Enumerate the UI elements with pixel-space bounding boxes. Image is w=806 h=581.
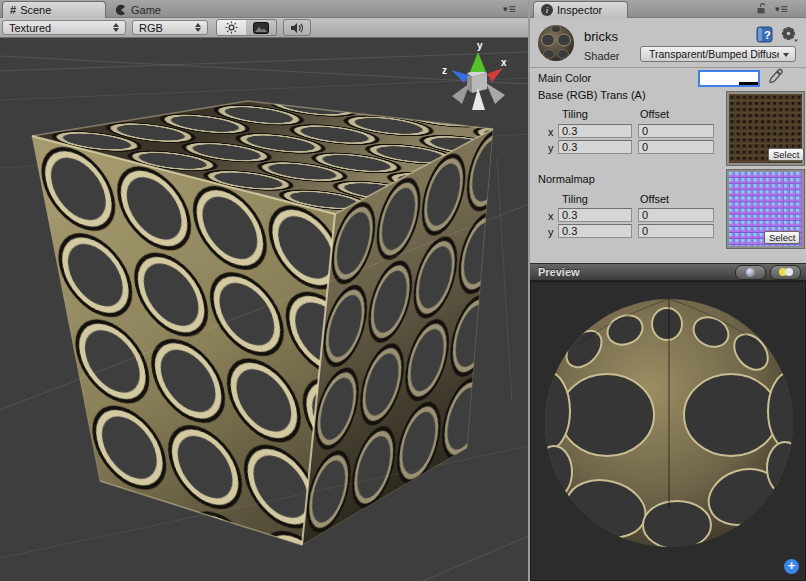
scene-3d-render: y x z xyxy=(0,38,529,581)
normalmap-y-label: y xyxy=(548,226,554,238)
inspector-tabbar: i Inspector ▾≡ xyxy=(530,0,806,18)
speaker-icon xyxy=(290,22,304,34)
updown-arrows-icon xyxy=(195,23,201,32)
main-color-label: Main Color xyxy=(538,72,591,84)
gizmo-x-label: x xyxy=(501,57,507,68)
gizmo-axis-neg[interactable] xyxy=(486,83,505,104)
tab-scene[interactable]: # Scene xyxy=(2,1,106,18)
add-button[interactable]: + xyxy=(784,559,799,574)
shader-label: Shader xyxy=(584,50,619,62)
header-separator xyxy=(530,67,806,68)
menu-bars-icon: ≡ xyxy=(781,5,788,14)
main-color-swatch[interactable] xyxy=(698,70,760,87)
preview-shape-button[interactable] xyxy=(735,265,766,280)
audio-toggle-button[interactable] xyxy=(283,19,311,36)
base-texture-label: Base (RGB) Trans (A) xyxy=(538,89,646,101)
normalmap-select-button[interactable]: Select xyxy=(764,231,800,244)
gizmo-axis-y[interactable] xyxy=(470,52,486,72)
normalmap-offset-x-input[interactable] xyxy=(638,208,714,222)
color-channels-dropdown[interactable]: RGB xyxy=(132,20,208,35)
base-tiling-header: Tiling xyxy=(562,108,588,120)
scene-viewport[interactable]: y x z xyxy=(0,38,529,581)
dropdown-arrow-icon: ▾ xyxy=(775,4,780,14)
base-tiling-x-input[interactable] xyxy=(558,124,632,138)
image-icon xyxy=(253,22,269,34)
normalmap-tiling-x-input[interactable] xyxy=(558,208,632,222)
gizmo-y-label: y xyxy=(477,40,483,51)
base-tiling-y-input[interactable] xyxy=(558,140,632,154)
normalmap-offset-header: Offset xyxy=(640,193,669,205)
scene-pane-menu[interactable]: ▾≡ xyxy=(503,4,516,14)
normalmap-tiling-y-input[interactable] xyxy=(558,224,632,238)
gizmo-axis-neg[interactable] xyxy=(452,83,470,104)
lock-icon[interactable] xyxy=(755,3,767,15)
alpha-bar xyxy=(739,82,758,85)
tab-scene-label: Scene xyxy=(20,4,51,16)
normalmap-label: Normalmap xyxy=(538,173,595,185)
base-select-button[interactable]: Select xyxy=(768,148,804,161)
normalmap-select-label: Select xyxy=(769,232,795,243)
draw-mode-dropdown[interactable]: Textured xyxy=(2,20,126,35)
material-ball-icon xyxy=(537,24,575,62)
dropdown-arrow-icon: ▾ xyxy=(503,4,508,14)
textured-cube xyxy=(32,101,493,545)
tab-game-label: Game xyxy=(131,4,161,16)
preview-title: Preview xyxy=(538,266,580,278)
gizmo-z-label: z xyxy=(442,65,447,76)
base-offset-y-input[interactable] xyxy=(638,140,714,154)
normalmap-offset-y-input[interactable] xyxy=(638,224,714,238)
light-white-icon xyxy=(785,268,793,276)
preview-viewport[interactable]: + xyxy=(530,281,806,581)
lighting-toggle-button[interactable] xyxy=(216,19,247,36)
menu-bars-icon: ≡ xyxy=(509,5,516,14)
normalmap-x-label: x xyxy=(548,210,554,222)
grid-icon: # xyxy=(10,4,16,16)
gear-icon[interactable] xyxy=(780,26,798,43)
tab-inspector-label: Inspector xyxy=(557,4,602,16)
help-icon[interactable]: ? xyxy=(756,26,773,43)
render-effects-button[interactable] xyxy=(246,19,277,36)
color-channels-value: RGB xyxy=(139,22,163,34)
eyedropper-icon[interactable] xyxy=(767,68,783,86)
base-x-label: x xyxy=(548,126,554,138)
base-select-label: Select xyxy=(773,149,799,160)
scene-orientation-gizmo[interactable]: y x z xyxy=(442,40,507,110)
base-offset-header: Offset xyxy=(640,108,669,120)
tab-game[interactable]: Game xyxy=(108,1,204,18)
base-y-label: y xyxy=(548,142,554,154)
shader-dropdown[interactable]: Transparent/Bumped Diffuse xyxy=(640,46,796,62)
material-name: bricks xyxy=(584,29,618,44)
preview-lighting-button[interactable] xyxy=(770,265,801,280)
draw-mode-value: Textured xyxy=(9,22,51,34)
shader-value: Transparent/Bumped Diffuse xyxy=(649,48,779,60)
preview-header: Preview xyxy=(530,263,806,281)
updown-arrows-icon xyxy=(113,23,119,32)
sun-icon xyxy=(225,21,238,34)
inspector-pane-menu[interactable]: ▾≡ xyxy=(775,4,788,14)
svg-text:?: ? xyxy=(764,29,771,41)
sphere-icon xyxy=(746,268,755,277)
scene-tabbar: # Scene Game ▾≡ xyxy=(0,0,529,18)
chevron-down-icon xyxy=(783,53,789,57)
tab-inspector[interactable]: i Inspector xyxy=(533,1,628,18)
normalmap-tiling-header: Tiling xyxy=(562,193,588,205)
game-icon xyxy=(115,4,127,16)
scene-toolbar: Textured RGB xyxy=(0,18,529,38)
base-offset-x-input[interactable] xyxy=(638,124,714,138)
info-icon: i xyxy=(541,4,553,16)
preview-sphere-render xyxy=(531,282,805,580)
unity-editor-window: # Scene Game ▾≡ Textured RGB xyxy=(0,0,806,581)
